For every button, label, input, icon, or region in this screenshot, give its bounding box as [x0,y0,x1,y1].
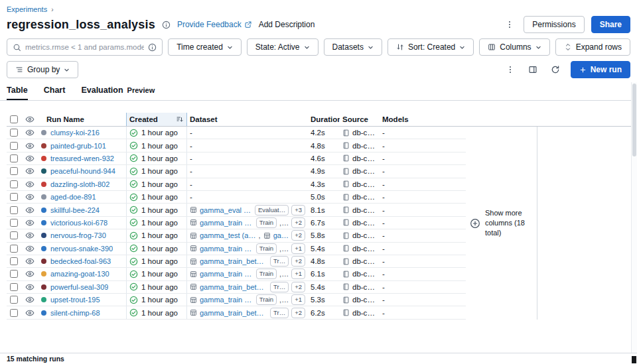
vertical-scrollbar[interactable] [631,82,637,353]
row-checkbox[interactable] [10,309,18,317]
row-checkbox[interactable] [10,180,18,188]
row-checkbox[interactable] [10,296,18,304]
dataset-link[interactable]: gamma_train_beta (d5ef20ed) [200,283,267,291]
row-checkbox[interactable] [10,167,18,175]
dataset-more-chip[interactable]: +2 [291,256,305,267]
row-checkbox[interactable] [10,142,18,150]
dataset-link[interactable]: gamma_train (b06b137d) [200,296,253,304]
select-all-checkbox[interactable] [10,115,18,123]
permissions-button[interactable]: Permissions [524,16,584,33]
sort-dropdown[interactable]: Sort: Created [388,38,474,56]
datasets-dropdown[interactable]: Datasets [324,38,382,56]
run-name-link[interactable]: peaceful-hound-944 [50,167,115,175]
run-name-link[interactable]: victorious-koi-678 [50,219,107,227]
search-box[interactable] [7,38,163,56]
run-name-link[interactable]: nervous-frog-730 [50,231,106,239]
eye-icon[interactable] [25,141,35,151]
scrollbar-thumb[interactable] [632,84,636,156]
dataset-more-chip[interactable]: +3 [291,205,305,215]
eye-icon[interactable] [25,308,35,318]
run-name-link[interactable]: dazzling-sloth-802 [50,180,109,188]
run-name-link[interactable]: painted-grub-101 [50,142,106,150]
run-name-link[interactable]: aged-doe-891 [50,193,96,201]
share-button[interactable]: Share [591,16,630,33]
column-header-dataset[interactable]: Dataset [187,113,308,126]
add-description-button[interactable]: Add Description [259,20,315,29]
eye-icon[interactable] [25,269,35,278]
dataset-link[interactable]: gamma_train_beta (d5ef20ed) [200,309,267,317]
row-checkbox[interactable] [10,219,18,227]
run-name-link[interactable]: silent-chimp-68 [50,309,100,317]
search-input[interactable] [25,43,144,51]
show-more-columns-button[interactable]: Show more columns (18 total) [466,127,537,320]
dataset-link[interactable]: gamma_train (b06b137d) [200,245,253,253]
eye-icon[interactable] [25,244,35,253]
run-name-link[interactable]: amazing-goat-130 [50,270,109,278]
eye-icon[interactable] [25,192,35,202]
dataset-more-chip[interactable]: +1 [291,243,305,254]
eye-icon[interactable] [25,206,35,215]
run-name-link[interactable]: bedecked-foal-963 [50,257,111,265]
search-syntax-info-icon[interactable] [148,43,157,52]
tab-table[interactable]: Table [7,86,28,100]
eye-icon[interactable] [25,218,35,227]
toggle-sidebar-button[interactable] [526,62,540,77]
row-checkbox[interactable] [10,245,18,253]
refresh-runs-button[interactable] [548,62,563,77]
experiment-info-icon[interactable] [162,21,171,29]
eye-icon[interactable] [25,154,35,163]
state-dropdown[interactable]: State: Active [247,38,318,56]
row-checkbox[interactable] [10,231,18,239]
provide-feedback-link[interactable]: Provide Feedback [177,20,252,29]
column-header-source[interactable]: Source [340,113,380,126]
row-checkbox[interactable] [10,129,18,137]
eye-icon[interactable] [25,282,35,292]
header-kebab-menu-button[interactable] [502,17,517,32]
run-name-link[interactable]: clumsy-koi-216 [50,129,100,137]
time-created-dropdown[interactable]: Time created [168,38,242,56]
dataset-more-chip[interactable]: +1 [291,294,305,305]
dataset-link[interactable]: gamma_test (a071fb47) [200,231,256,239]
dataset-link[interactable]: gamma_train (b06b137d) [200,219,253,227]
dataset-link[interactable]: gamma_train (b06b137d) [200,270,253,278]
column-header-duration[interactable]: Duration [308,113,340,126]
dataset-link[interactable]: gamma_eval (80038a42) [200,206,252,214]
sort-descending-icon[interactable] [176,115,184,123]
eye-icon[interactable] [25,166,35,176]
column-header-models[interactable]: Models [380,113,459,126]
row-checkbox[interactable] [10,206,18,214]
expand-rows-button[interactable]: Expand rows [555,38,630,56]
group-by-dropdown[interactable]: Group by [7,61,78,78]
eye-icon[interactable] [25,257,35,266]
row-checkbox[interactable] [10,270,18,278]
run-name-link[interactable]: upset-trout-195 [50,296,100,304]
run-name-link[interactable]: skillful-bee-224 [50,206,100,214]
table-kebab-menu-button[interactable] [503,62,518,77]
dataset-more-chip[interactable]: +2 [291,217,305,228]
run-name-link[interactable]: treasured-wren-932 [50,154,114,162]
dataset-more-chip[interactable]: +2 [291,282,305,292]
run-name-link[interactable]: powerful-seal-309 [50,283,108,291]
dataset-link[interactable]: gam… [273,231,289,239]
row-checkbox[interactable] [10,154,18,162]
new-run-button[interactable]: New run [571,61,630,78]
dataset-more-chip[interactable]: +2 [291,308,305,318]
columns-dropdown[interactable]: Columns [479,38,549,56]
dataset-more-chip[interactable]: +2 [291,230,305,241]
eye-icon[interactable] [25,115,35,124]
dataset-link[interactable]: gamma_train_beta (d5ef20ed) [200,257,267,265]
breadcrumb-experiments-link[interactable]: Experiments [7,5,47,13]
dataset-more-chip[interactable]: +1 [291,269,305,279]
row-checkbox[interactable] [10,257,18,265]
eye-icon[interactable] [25,295,35,304]
eye-icon[interactable] [25,180,35,189]
eye-icon[interactable] [25,231,35,240]
tab-evaluation[interactable]: Evaluation Preview [81,86,155,100]
eye-icon[interactable] [25,128,35,137]
column-header-run-name[interactable]: Run Name [38,113,126,126]
column-header-created[interactable]: Created [126,113,187,126]
row-checkbox[interactable] [10,283,18,291]
run-name-link[interactable]: nervous-snake-390 [50,245,113,253]
tab-chart[interactable]: Chart [44,86,66,100]
row-checkbox[interactable] [10,193,18,201]
